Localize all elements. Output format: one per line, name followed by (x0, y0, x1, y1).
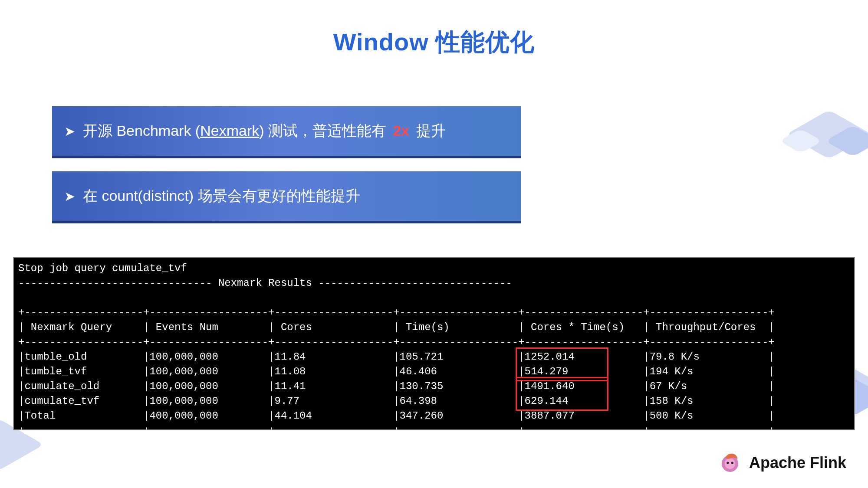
bullet1-mid: ) 测试，普适性能有 (259, 122, 390, 139)
perf-multiplier: 2x (393, 122, 409, 139)
flink-logo-icon (718, 451, 742, 475)
slide-title: Window 性能优化 (0, 26, 868, 59)
bullet-arrow-icon: ➤ (64, 124, 75, 139)
bullet-count-distinct: ➤ 在 count(distinct) 场景会有更好的性能提升 (52, 171, 521, 223)
bullet-arrow-icon: ➤ (64, 189, 75, 204)
nexmark-link[interactable]: Nexmark (200, 122, 259, 139)
svg-point-3 (731, 462, 733, 464)
bullet2-text: 在 count(distinct) 场景会有更好的性能提升 (83, 186, 360, 206)
footer-brand-text: Apache Flink (749, 454, 846, 472)
footer-brand: Apache Flink (718, 451, 846, 475)
bullet-benchmark: ➤ 开源 Benchmark (Nexmark) 测试，普适性能有 2x 提升 (52, 106, 521, 158)
decorative-cloud-top-right (781, 95, 868, 182)
terminal-output: Stop job query cumulate_tvf ------------… (13, 257, 855, 430)
bullet1-prefix: 开源 Benchmark ( (83, 122, 200, 139)
svg-point-1 (725, 459, 736, 469)
bullet1-suffix: 提升 (412, 122, 445, 139)
svg-point-2 (727, 462, 729, 464)
